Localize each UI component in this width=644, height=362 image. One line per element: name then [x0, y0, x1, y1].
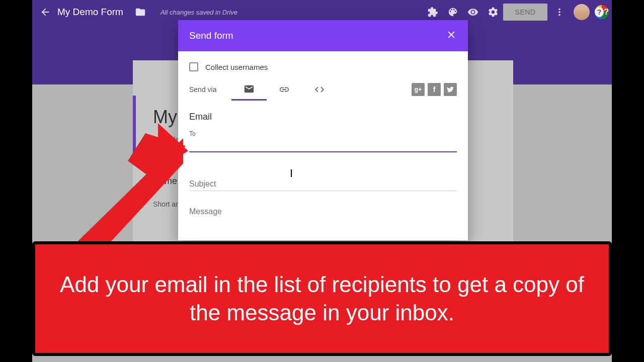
subject-field — [189, 174, 457, 191]
tab-embed[interactable] — [302, 78, 337, 101]
user-avatar[interactable] — [574, 4, 590, 20]
tab-email[interactable] — [231, 78, 267, 101]
tab-link[interactable] — [267, 78, 302, 101]
share-facebook-icon[interactable]: f — [428, 83, 441, 96]
form-title-partial: My — [153, 107, 177, 128]
question-title-partial: Name — [153, 176, 177, 187]
collect-usernames-label: Collect usernames — [205, 63, 268, 71]
send-button[interactable]: SEND — [503, 4, 547, 21]
form-description-partial: Form de — [153, 136, 179, 144]
save-status: All changes saved in Drive — [160, 9, 237, 16]
to-field: To — [189, 130, 457, 152]
settings-gear-icon[interactable] — [483, 2, 503, 22]
dialog-title: Send form — [189, 30, 233, 41]
dialog-body: Collect usernames Send via g+ f — [178, 51, 468, 240]
collect-usernames-row[interactable]: Collect usernames — [189, 59, 457, 78]
caption-text: Add your email in the list of recipients… — [48, 270, 596, 327]
subject-input[interactable] — [189, 174, 457, 191]
message-input[interactable] — [189, 202, 457, 218]
folder-icon[interactable] — [130, 2, 150, 22]
send-via-row: Send via g+ f — [189, 78, 457, 101]
share-twitter-icon[interactable] — [444, 83, 457, 96]
send-form-dialog: Send form Collect usernames Send via — [178, 20, 468, 240]
addons-icon[interactable] — [423, 2, 443, 22]
to-label: To — [189, 130, 457, 137]
more-vert-icon[interactable] — [549, 2, 570, 22]
message-field — [189, 202, 457, 218]
palette-icon[interactable] — [443, 2, 463, 22]
to-input[interactable] — [189, 137, 457, 152]
send-via-label: Send via — [189, 85, 216, 94]
question-answer-partial: Short an — [153, 200, 180, 208]
caption-banner: Add your email in the list of recipients… — [32, 241, 612, 356]
share-icons: g+ f — [412, 83, 457, 96]
checkbox-icon[interactable] — [189, 62, 198, 71]
card-accent — [133, 96, 136, 161]
form-name[interactable]: My Demo Form — [57, 7, 123, 18]
close-icon[interactable] — [446, 29, 457, 42]
dialog-header: Send form — [178, 20, 468, 51]
email-section-heading: Email — [189, 112, 457, 122]
preview-eye-icon[interactable] — [463, 2, 483, 22]
help-icon[interactable]: ? — [595, 5, 609, 19]
share-googleplus-icon[interactable]: g+ — [412, 83, 425, 96]
back-arrow-icon[interactable] — [35, 2, 55, 22]
app-stage: My Demo Form All changes saved in Drive … — [32, 0, 612, 362]
